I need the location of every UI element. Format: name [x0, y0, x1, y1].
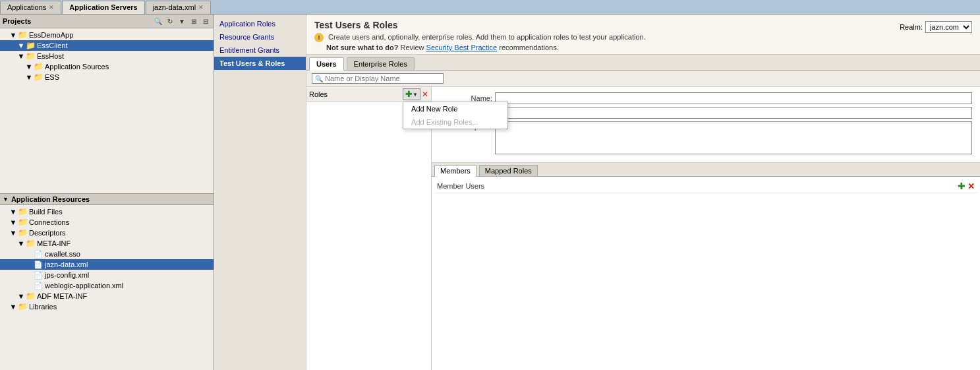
toggle-icon[interactable]: ▼	[9, 229, 17, 237]
dropdown-arrow-icon: ▼	[413, 92, 418, 98]
tree-item-essclient[interactable]: ▼ 📁 EssClient	[0, 40, 214, 51]
toggle-icon[interactable]: ▼	[9, 218, 17, 226]
tree-label-ess: ESS	[45, 73, 59, 81]
tree-item-appsources[interactable]: ▼ 📁 Application Sources	[0, 61, 214, 72]
desc-intro: Create users and, optionally, enterprise…	[328, 33, 646, 41]
remove-member-button[interactable]: ✕	[967, 181, 975, 191]
display-name-row: Display Name:	[440, 107, 972, 119]
nav-sidebar: Application Roles Resource Grants Entitl…	[214, 15, 306, 370]
refresh-icon[interactable]: ↻	[165, 16, 175, 26]
folder-icon: 📁	[17, 228, 28, 237]
tab-applications-label: Applications	[7, 3, 46, 11]
projects-header: Projects 🔍 ↻ ▼ ⊞ ⊟	[0, 15, 214, 28]
folder-icon: 📁	[25, 41, 36, 50]
members-actions: ✚ ✕	[958, 181, 975, 191]
file-icon: 📄	[33, 281, 43, 290]
toggle-icon[interactable]: ▼	[9, 303, 17, 311]
tree-item-ess[interactable]: ▼ 📁 ESS	[0, 72, 214, 82]
members-section: Members Mapped Roles Member Users ✚ ✕	[432, 163, 980, 370]
toggle-icon[interactable]: ▼	[9, 208, 17, 216]
description-textarea[interactable]	[495, 121, 972, 154]
nav-application-roles[interactable]: Application Roles	[214, 17, 306, 30]
filter-icon[interactable]: ▼	[177, 16, 187, 26]
folder-icon: 📁	[33, 62, 43, 71]
tab-applications[interactable]: Applications ✕	[0, 1, 61, 14]
toggle-icon[interactable]: ▼	[25, 73, 33, 81]
folder-icon: 📁	[33, 73, 43, 82]
tree-label-esshost: EssHost	[37, 52, 64, 60]
add-icon: ✚	[405, 90, 412, 99]
page-title: Test Users & Roles	[314, 20, 646, 30]
layout-icon[interactable]: ⊞	[188, 16, 199, 26]
tree-item-jazn[interactable]: 📄 jazn-data.xml	[0, 259, 214, 270]
content-description: ! Create users and, optionally, enterpri…	[314, 33, 646, 42]
toggle-icon[interactable]: ▼	[17, 42, 25, 49]
tab-members[interactable]: Members	[434, 165, 476, 177]
tree-item-essdemoapp[interactable]: ▼ 📁 EssDemoApp	[0, 30, 214, 40]
tree-item-esshost[interactable]: ▼ 📁 EssHost	[0, 51, 214, 61]
tree-item-descriptors[interactable]: ▼ 📁 Descriptors	[0, 228, 214, 238]
left-panel: Projects 🔍 ↻ ▼ ⊞ ⊟ ▼ 📁 EssDemoApp ▼ 📁	[0, 15, 214, 370]
tree-item-metainf[interactable]: ▼ 📁 META-INF	[0, 238, 214, 249]
display-name-input[interactable]	[495, 107, 972, 119]
menu-item-add-new-role[interactable]: Add New Role	[403, 102, 507, 115]
search-icon[interactable]: 🔍	[153, 16, 163, 26]
tree-item-weblogic[interactable]: 📄 weblogic-application.xml	[0, 280, 214, 291]
roles-list: Roles ✚ ▼ Add New Role Add Existing Role…	[306, 87, 432, 370]
tree-item-libraries[interactable]: ▼ 📁 Libraries	[0, 301, 214, 312]
expand-icon[interactable]: ⊟	[200, 16, 211, 26]
add-member-button[interactable]: ✚	[958, 181, 966, 191]
form-fields: Name: Display Name: Description:	[432, 87, 980, 163]
name-input[interactable]	[495, 92, 972, 104]
tree-label-essclient: EssClient	[37, 42, 67, 49]
member-users-label: Member Users	[437, 182, 484, 190]
folder-icon: 📁	[25, 292, 36, 301]
search-input-wrap: 🔍	[312, 73, 444, 84]
security-best-practice-link[interactable]: Security Best Practice	[426, 44, 498, 51]
name-row: Name:	[440, 92, 972, 104]
tree-item-buildfiles[interactable]: ▼ 📁 Build Files	[0, 206, 214, 217]
users-panel: Roles ✚ ▼ Add New Role Add Existing Role…	[306, 87, 980, 370]
tree-label-connections: Connections	[29, 218, 69, 226]
realm-select[interactable]: jazn.com	[925, 21, 972, 33]
toggle-icon[interactable]: ▼	[9, 31, 17, 39]
content-desc-2: Not sure what to do? Review Security Bes…	[326, 44, 646, 51]
collapse-arrow-icon[interactable]: ▼	[3, 196, 9, 202]
tree-label-cwallet: cwallet.sso	[45, 250, 80, 258]
tree-label-descriptors: Descriptors	[29, 229, 66, 237]
folder-icon: 📁	[25, 51, 36, 61]
toggle-icon[interactable]: ▼	[17, 239, 25, 247]
add-role-button[interactable]: ✚ ▼	[403, 88, 420, 100]
tab-enterprise-roles[interactable]: Enterprise Roles	[347, 57, 415, 70]
tree-item-connections[interactable]: ▼ 📁 Connections	[0, 217, 214, 228]
tree-label-jazn: jazn-data.xml	[45, 261, 88, 268]
search-icon: 🔍	[315, 75, 323, 82]
roles-list-body	[306, 102, 431, 370]
close-icon-jazn[interactable]: ✕	[198, 4, 204, 11]
remove-role-button[interactable]: ✕	[422, 90, 428, 99]
nav-entitlement-grants[interactable]: Entitlement Grants	[214, 44, 306, 57]
tree-item-adfmetainf[interactable]: ▼ 📁 ADF META-INF	[0, 291, 214, 301]
toggle-icon[interactable]: ▼	[17, 52, 25, 60]
resources-tree: ▼ 📁 Build Files ▼ 📁 Connections ▼ 📁 Desc…	[0, 205, 214, 370]
tree-item-jps[interactable]: 📄 jps-config.xml	[0, 270, 214, 280]
tree-label-weblogic: weblogic-application.xml	[45, 282, 123, 290]
tree-label: EssDemoApp	[29, 31, 73, 39]
projects-tree: ▼ 📁 EssDemoApp ▼ 📁 EssClient ▼ 📁 EssHost	[0, 28, 214, 193]
tree-item-cwallet[interactable]: 📄 cwallet.sso	[0, 249, 214, 259]
tab-jazn-data[interactable]: jazn-data.xml ✕	[146, 1, 211, 14]
tab-users[interactable]: Users	[309, 57, 344, 71]
tab-application-servers[interactable]: Application Servers	[62, 1, 144, 14]
close-icon[interactable]: ✕	[49, 4, 54, 11]
members-header: Member Users ✚ ✕	[434, 179, 977, 193]
search-input[interactable]	[325, 75, 424, 82]
projects-title: Projects	[3, 17, 31, 25]
toggle-icon[interactable]: ▼	[17, 292, 25, 300]
toggle-icon[interactable]: ▼	[25, 63, 33, 71]
detail-panel: Name: Display Name: Description:	[432, 87, 980, 370]
desc-review: Review	[400, 44, 426, 51]
nav-test-users[interactable]: Test Users & Roles	[214, 57, 306, 70]
tab-mapped-roles[interactable]: Mapped Roles	[479, 165, 538, 176]
nav-resource-grants[interactable]: Resource Grants	[214, 30, 306, 44]
members-body: Member Users ✚ ✕	[432, 177, 980, 370]
